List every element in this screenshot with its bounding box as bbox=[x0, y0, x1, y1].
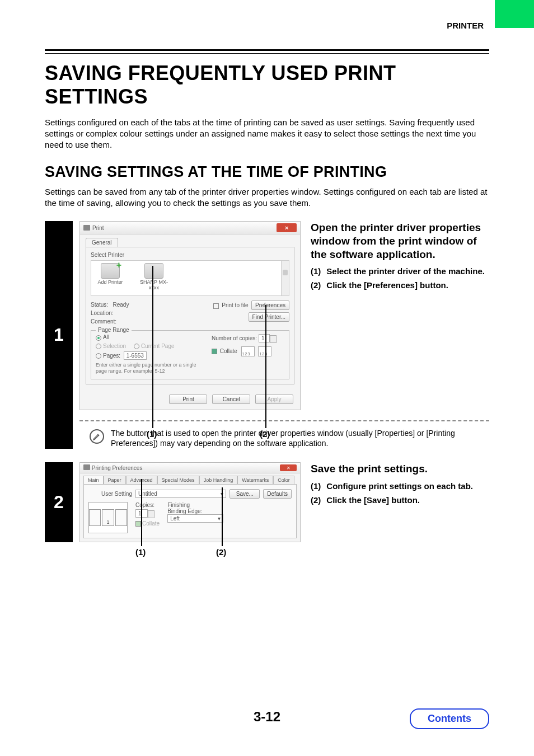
finishing-label: Finishing bbox=[167, 502, 223, 508]
dialog-titlebar: Print ✕ bbox=[80, 222, 300, 234]
callout-line-2 bbox=[265, 305, 266, 428]
sub-text: Configure print settings on each tab. bbox=[326, 481, 473, 491]
preferences-button[interactable]: Preferences bbox=[251, 300, 289, 310]
rule bbox=[45, 53, 489, 54]
page-icon bbox=[89, 509, 101, 526]
radio-pages-label: Pages: bbox=[103, 353, 120, 359]
save-button[interactable]: Save... bbox=[229, 489, 260, 499]
tabstrip: Main Paper Advanced Special Modes Job Ha… bbox=[80, 473, 300, 484]
radio-pages[interactable] bbox=[96, 353, 101, 359]
sub-num: (1) bbox=[311, 266, 321, 276]
note: The button that is used to open the prin… bbox=[79, 428, 489, 449]
callout-1: (1) bbox=[147, 429, 157, 439]
collate-label: Collate bbox=[220, 348, 237, 354]
section-tab bbox=[495, 0, 534, 28]
select-printer-label: Select Printer bbox=[91, 252, 289, 258]
section-intro: Settings can be saved from any tab of th… bbox=[45, 186, 489, 209]
callout-1: (1) bbox=[135, 547, 146, 557]
print-button[interactable]: Print bbox=[169, 395, 207, 404]
tab-watermarks[interactable]: Watermarks bbox=[237, 476, 273, 484]
dialog-title: Print bbox=[92, 225, 104, 231]
callout-line-1 bbox=[152, 266, 153, 428]
radio-current-page-label: Current Page bbox=[141, 343, 174, 349]
radio-all[interactable] bbox=[96, 335, 101, 341]
copies-label: Number of copies: bbox=[212, 335, 257, 341]
chevron-down-icon: ▾ bbox=[218, 515, 221, 522]
printer-item-sharp[interactable]: SHARP MX-xxxx bbox=[137, 263, 171, 293]
print-to-file-checkbox[interactable] bbox=[213, 303, 219, 309]
callout-line-2 bbox=[222, 487, 223, 546]
note-text: The button that is used to open the prin… bbox=[111, 428, 489, 449]
copies-label: Copies: bbox=[135, 502, 160, 508]
tab-color[interactable]: Color bbox=[273, 476, 294, 484]
intro-text: Settings configured on each of the tabs … bbox=[45, 117, 489, 151]
sub-num: (2) bbox=[311, 495, 321, 505]
collate-icon bbox=[241, 346, 255, 356]
contents-button[interactable]: Contents bbox=[410, 708, 489, 729]
defaults-button[interactable]: Defaults bbox=[263, 489, 292, 499]
binding-dropdown[interactable]: Left▾ bbox=[167, 514, 223, 523]
page-content: SAVING FREQUENTLY USED PRINT SETTINGS Se… bbox=[45, 49, 489, 542]
radio-selection[interactable] bbox=[96, 344, 101, 349]
step-heading: Save the print settings. bbox=[311, 462, 489, 476]
scrollbar[interactable] bbox=[281, 261, 289, 295]
collate-checkbox[interactable] bbox=[135, 521, 141, 527]
binding-value: Left bbox=[170, 515, 180, 522]
sub-text: Select the printer driver of the machine… bbox=[326, 266, 485, 276]
sub-text: Click the [Preferences] button. bbox=[326, 280, 448, 290]
printer-list[interactable]: Add Printer SHARP MX-xxxx bbox=[91, 260, 289, 296]
pages-input[interactable]: 1-6553 bbox=[124, 351, 147, 360]
tab-general[interactable]: General bbox=[86, 238, 118, 247]
print-to-file-label: Print to file bbox=[222, 302, 248, 308]
step-number: 1 bbox=[45, 221, 73, 449]
copies-stepper[interactable] bbox=[270, 335, 277, 343]
close-icon[interactable]: ✕ bbox=[277, 223, 297, 232]
sub-item: (1) Configure print settings on each tab… bbox=[311, 481, 489, 491]
pencil-icon bbox=[90, 429, 104, 444]
section-heading: SAVING SETTINGS AT THE TIME OF PRINTING bbox=[45, 163, 489, 181]
collate-label: Collate bbox=[142, 520, 160, 527]
tab-special-modes[interactable]: Special Modes bbox=[157, 476, 199, 484]
printer-device-icon bbox=[144, 263, 163, 279]
copies-stepper[interactable] bbox=[148, 510, 154, 518]
tab-paper[interactable]: Paper bbox=[104, 476, 126, 484]
printer-name: SHARP MX-xxxx bbox=[140, 279, 168, 290]
apply-button[interactable]: Apply bbox=[255, 395, 293, 404]
callout-2: (2) bbox=[216, 547, 226, 557]
status-label: Status: bbox=[91, 302, 108, 308]
copies-input[interactable]: 1 bbox=[259, 334, 270, 342]
comment-label: Comment: bbox=[91, 317, 129, 326]
callout-line-1 bbox=[141, 479, 142, 546]
find-printer-button[interactable]: Find Printer... bbox=[249, 312, 289, 322]
printing-preferences-dialog: Printing Preferences ✕ Main Paper Advanc… bbox=[79, 462, 301, 542]
printer-icon bbox=[83, 464, 90, 470]
collate-checkbox[interactable] bbox=[212, 349, 217, 354]
printer-icon bbox=[83, 225, 90, 231]
printer-name: Add Printer bbox=[97, 279, 123, 285]
status-value: Ready bbox=[113, 302, 129, 308]
page-icon: 1 bbox=[102, 509, 114, 526]
sub-item: (2) Click the [Preferences] button. bbox=[311, 280, 489, 290]
page-num: 1 bbox=[102, 519, 113, 525]
dialog-titlebar: Printing Preferences ✕ bbox=[80, 463, 300, 473]
radio-all-label: All bbox=[103, 334, 109, 340]
page-range-label: Page Range bbox=[96, 327, 132, 333]
print-dialog: Print ✕ General Select Printer bbox=[79, 221, 301, 410]
tab-job-handling[interactable]: Job Handling bbox=[199, 476, 238, 484]
radio-selection-label: Selection bbox=[103, 343, 126, 349]
user-setting-label: User Setting bbox=[88, 491, 132, 497]
user-setting-dropdown[interactable]: Untitled▾ bbox=[135, 490, 226, 498]
printer-item-add[interactable]: Add Printer bbox=[93, 263, 127, 293]
sub-num: (1) bbox=[311, 481, 321, 491]
sub-text: Click the [Save] button. bbox=[326, 495, 420, 505]
sub-item: (1) Select the printer driver of the mac… bbox=[311, 266, 489, 276]
cancel-button[interactable]: Cancel bbox=[212, 395, 250, 404]
tab-main[interactable]: Main bbox=[83, 476, 104, 484]
sub-item: (2) Click the [Save] button. bbox=[311, 495, 489, 505]
radio-current-page[interactable] bbox=[134, 344, 139, 349]
rule bbox=[45, 49, 489, 51]
close-icon[interactable]: ✕ bbox=[280, 464, 297, 471]
dialog-title: Printing Preferences bbox=[92, 465, 143, 471]
callout-2: (2) bbox=[260, 429, 270, 439]
sub-num: (2) bbox=[311, 280, 321, 290]
